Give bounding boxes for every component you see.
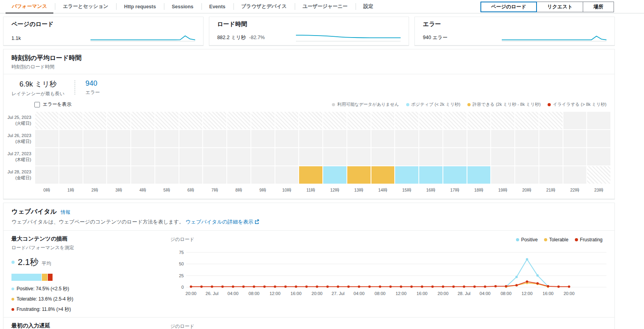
heatmap-cell-no-page-loads[interactable] (275, 148, 299, 165)
heatmap-cell-no-data[interactable] (299, 112, 322, 129)
heatmap-cell-no-page-loads[interactable] (35, 166, 58, 184)
heatmap-cell-no-page-loads[interactable] (539, 130, 563, 147)
tab-user-journey[interactable]: ユーザージャーニー (295, 0, 356, 13)
heatmap-cell-no-data[interactable] (323, 112, 346, 129)
heatmap-cell-no-page-loads[interactable] (131, 130, 154, 147)
heatmap-cell-no-page-loads[interactable] (347, 148, 371, 165)
heatmap-cell-no-page-loads[interactable] (539, 166, 563, 184)
heatmap-cell-no-page-loads[interactable] (491, 166, 514, 184)
heatmap-cell-no-data[interactable] (179, 112, 203, 129)
heatmap-cell-no-page-loads[interactable] (203, 166, 226, 184)
heatmap-cell-no-page-loads[interactable] (371, 148, 395, 165)
heatmap-cell-no-page-loads[interactable] (203, 130, 226, 147)
heatmap-cell-no-data[interactable] (131, 112, 154, 129)
errors-count-link[interactable]: 940 (85, 79, 100, 88)
heatmap-cell-no-data[interactable] (203, 112, 226, 129)
heatmap-cell-no-page-loads[interactable] (251, 166, 275, 184)
heatmap-cell-no-page-loads[interactable] (323, 148, 346, 165)
heatmap-cell-positive[interactable] (323, 166, 346, 184)
heatmap-cell-no-page-loads[interactable] (419, 148, 443, 165)
tab-http-requests[interactable]: Http requests (116, 0, 164, 13)
heatmap-cell-no-page-loads[interactable] (107, 148, 130, 165)
heatmap-cell-no-data[interactable] (35, 112, 58, 129)
heatmap-cell-no-page-loads[interactable] (491, 130, 514, 147)
heatmap-cell-no-data[interactable] (443, 112, 467, 129)
heatmap-cell-no-page-loads[interactable] (155, 130, 179, 147)
heatmap-cell-no-page-loads[interactable] (155, 166, 179, 184)
heatmap-cell-no-page-loads[interactable] (131, 148, 154, 165)
heatmap-cell-positive[interactable] (443, 166, 467, 184)
webvitals-doc-link[interactable]: ウェブバイタルの詳細を表示 (186, 219, 254, 225)
heatmap-cell-no-data[interactable] (107, 112, 130, 129)
heatmap-cell-no-data[interactable] (59, 112, 83, 129)
heatmap-cell-no-page-loads[interactable] (83, 148, 107, 165)
heatmap-cell-no-page-loads[interactable] (251, 148, 275, 165)
heatmap-cell-no-data[interactable] (251, 112, 275, 129)
heatmap-cell-no-page-loads[interactable] (323, 130, 346, 147)
heatmap-cell-no-data[interactable] (347, 112, 371, 129)
heatmap-cell-no-page-loads[interactable] (539, 148, 563, 165)
heatmap-cell-no-page-loads[interactable] (587, 148, 610, 165)
heatmap-cell-no-page-loads[interactable] (587, 112, 610, 129)
heatmap-cell-no-page-loads[interactable] (83, 166, 107, 184)
heatmap-cell-no-page-loads[interactable] (515, 148, 539, 165)
heatmap-cell-no-page-loads[interactable] (563, 148, 587, 165)
heatmap-cell-no-page-loads[interactable] (491, 148, 514, 165)
heatmap-cell-no-page-loads[interactable] (443, 148, 467, 165)
heatmap-cell-no-page-loads[interactable] (131, 166, 154, 184)
heatmap-cell-no-page-loads[interactable] (107, 166, 130, 184)
heatmap-cell-no-page-loads[interactable] (227, 130, 250, 147)
heatmap-cell-no-data[interactable] (227, 112, 250, 129)
tab-events[interactable]: Events (201, 0, 233, 13)
heatmap-cell-no-data[interactable] (83, 112, 107, 129)
heatmap-cell-no-page-loads[interactable] (179, 130, 203, 147)
heatmap-cell-no-page-loads[interactable] (251, 130, 275, 147)
heatmap-cell-no-page-loads[interactable] (467, 148, 491, 165)
show-errors-checkbox[interactable] (34, 102, 40, 107)
tab-performance[interactable]: パフォーマンス (4, 0, 55, 13)
heatmap-cell-no-page-loads[interactable] (155, 148, 179, 165)
heatmap-cell-no-page-loads[interactable] (203, 148, 226, 165)
heatmap-cell-no-page-loads[interactable] (563, 112, 587, 129)
heatmap-cell-no-page-loads[interactable] (275, 130, 299, 147)
heatmap-cell-no-data[interactable] (539, 112, 563, 129)
tab-browsers-and-devices[interactable]: ブラウザとデバイス (233, 0, 295, 13)
heatmap-cell-no-data[interactable] (275, 112, 299, 129)
heatmap-cell-no-page-loads[interactable] (563, 130, 587, 147)
heatmap-cell-no-data[interactable] (491, 112, 514, 129)
heatmap-cell-no-page-loads[interactable] (59, 148, 83, 165)
toggle-locations[interactable]: 場所 (583, 2, 614, 12)
heatmap-cell-no-page-loads[interactable] (275, 166, 299, 184)
heatmap-cell-no-page-loads[interactable] (515, 166, 539, 184)
heatmap-cell-no-page-loads[interactable] (59, 130, 83, 147)
heatmap-cell-no-data[interactable] (587, 166, 610, 184)
heatmap-cell-no-page-loads[interactable] (179, 148, 203, 165)
heatmap-cell-tolerable[interactable] (347, 166, 371, 184)
heatmap-cell-no-page-loads[interactable] (395, 148, 418, 165)
heatmap-cell-no-data[interactable] (515, 112, 539, 129)
heatmap-cell-no-page-loads[interactable] (59, 166, 83, 184)
toggle-requests[interactable]: リクエスト (537, 2, 583, 12)
heatmap-cell-no-page-loads[interactable] (227, 166, 250, 184)
heatmap-cell-no-page-loads[interactable] (515, 130, 539, 147)
heatmap-cell-no-page-loads[interactable] (227, 148, 250, 165)
heatmap-cell-no-data[interactable] (467, 112, 491, 129)
tab-errors-and-sessions[interactable]: エラーとセッション (55, 0, 116, 13)
heatmap-cell-no-data[interactable] (419, 112, 443, 129)
heatmap-cell-no-data[interactable] (155, 112, 179, 129)
heatmap-cell-no-page-loads[interactable] (35, 130, 58, 147)
heatmap-cell-no-page-loads[interactable] (299, 148, 322, 165)
heatmap-cell-no-page-loads[interactable] (563, 166, 587, 184)
info-link[interactable]: 情報 (61, 209, 70, 216)
heatmap-cell-positive[interactable] (419, 166, 443, 184)
heatmap-cell-no-page-loads[interactable] (299, 130, 322, 147)
heatmap-cell-no-page-loads[interactable] (179, 166, 203, 184)
tab-sessions[interactable]: Sessions (164, 0, 201, 13)
heatmap-cell-no-page-loads[interactable] (371, 130, 395, 147)
heatmap-cell-positive[interactable] (395, 166, 418, 184)
tab-settings[interactable]: 設定 (356, 0, 381, 13)
heatmap-cell-tolerable[interactable] (371, 166, 395, 184)
heatmap-cell-positive[interactable] (467, 166, 491, 184)
heatmap-cell-tolerable[interactable] (299, 166, 322, 184)
heatmap-cell-no-page-loads[interactable] (107, 130, 130, 147)
